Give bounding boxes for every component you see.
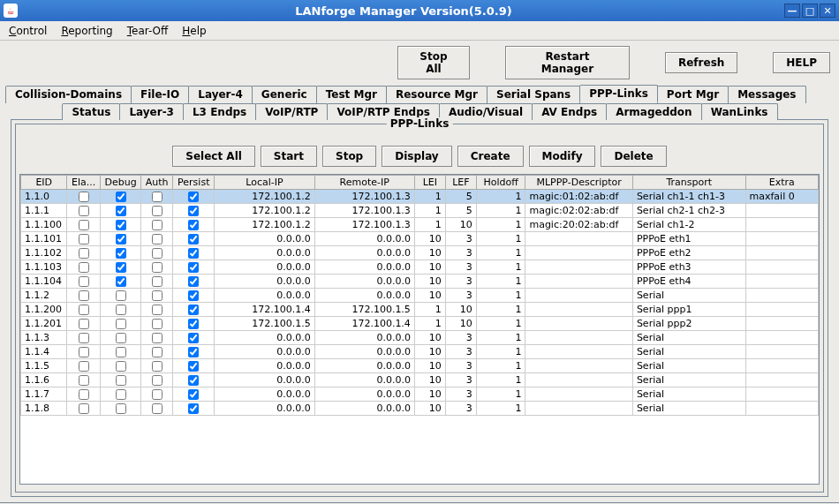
row-checkbox[interactable] xyxy=(152,206,163,216)
column-header[interactable]: Auth xyxy=(141,176,173,190)
checkbox-cell[interactable] xyxy=(67,331,100,345)
row-checkbox[interactable] xyxy=(116,234,126,244)
stop-all-button[interactable]: Stop All xyxy=(397,46,470,79)
checkbox-cell[interactable] xyxy=(67,190,100,204)
row-checkbox[interactable] xyxy=(79,248,89,259)
tab-port-mgr[interactable]: Port Mgr xyxy=(657,86,729,103)
column-header[interactable]: Extra xyxy=(745,176,818,190)
row-checkbox[interactable] xyxy=(188,361,199,372)
row-checkbox[interactable] xyxy=(79,192,89,202)
row-checkbox[interactable] xyxy=(188,290,199,301)
checkbox-cell[interactable] xyxy=(100,387,141,402)
table-row[interactable]: 1.1.70.0.0.00.0.0.01031Serial xyxy=(21,387,819,402)
table-row[interactable]: 1.1.50.0.0.00.0.0.01031Serial xyxy=(21,359,819,373)
checkbox-cell[interactable] xyxy=(67,204,100,218)
tab-ppp-links[interactable]: PPP-Links xyxy=(579,85,658,102)
checkbox-cell[interactable] xyxy=(67,260,100,275)
row-checkbox[interactable] xyxy=(152,192,163,202)
table-row[interactable]: 1.1.30.0.0.00.0.0.01031Serial xyxy=(21,331,819,345)
row-checkbox[interactable] xyxy=(188,375,199,386)
tab-armageddon[interactable]: Armageddon xyxy=(606,103,702,120)
select-all-button[interactable]: Select All xyxy=(172,146,255,167)
tab-l3-endps[interactable]: L3 Endps xyxy=(183,103,256,120)
tab-audio-visual[interactable]: Audio/Visual xyxy=(439,103,533,120)
checkbox-cell[interactable] xyxy=(100,359,141,373)
row-checkbox[interactable] xyxy=(152,220,163,230)
tab-messages[interactable]: Messages xyxy=(728,86,805,103)
ppp-links-table[interactable]: EIDEla...DebugAuthPersistLocal-IPRemote-… xyxy=(19,174,820,485)
checkbox-cell[interactable] xyxy=(67,246,100,260)
column-header[interactable]: EID xyxy=(21,176,67,190)
checkbox-cell[interactable] xyxy=(141,331,173,345)
checkbox-cell[interactable] xyxy=(173,317,215,331)
checkbox-cell[interactable] xyxy=(100,190,141,204)
tab-status[interactable]: Status xyxy=(62,103,120,120)
checkbox-cell[interactable] xyxy=(173,190,215,204)
table-row[interactable]: 1.1.100172.100.1.2172.100.1.31101magic:2… xyxy=(21,218,819,232)
tab-serial-spans[interactable]: Serial Spans xyxy=(487,86,580,103)
row-checkbox[interactable] xyxy=(116,206,126,216)
checkbox-cell[interactable] xyxy=(173,359,215,373)
row-checkbox[interactable] xyxy=(188,262,199,273)
checkbox-cell[interactable] xyxy=(100,345,141,359)
create-button[interactable]: Create xyxy=(457,146,524,167)
checkbox-cell[interactable] xyxy=(67,345,100,359)
tab-generic[interactable]: Generic xyxy=(252,86,317,103)
checkbox-cell[interactable] xyxy=(100,331,141,345)
row-checkbox[interactable] xyxy=(152,290,163,301)
checkbox-cell[interactable] xyxy=(141,246,173,260)
row-checkbox[interactable] xyxy=(116,248,126,259)
checkbox-cell[interactable] xyxy=(173,331,215,345)
row-checkbox[interactable] xyxy=(152,361,163,372)
table-row[interactable]: 1.1.80.0.0.00.0.0.01031Serial xyxy=(21,402,819,416)
checkbox-cell[interactable] xyxy=(100,232,141,246)
maximize-button[interactable]: □ xyxy=(802,4,818,18)
row-checkbox[interactable] xyxy=(188,248,199,259)
row-checkbox[interactable] xyxy=(188,403,199,414)
row-checkbox[interactable] xyxy=(116,290,126,301)
column-header[interactable]: Debug xyxy=(100,176,141,190)
table-row[interactable]: 1.1.1020.0.0.00.0.0.01031PPPoE eth2 xyxy=(21,246,819,260)
row-checkbox[interactable] xyxy=(152,248,163,259)
row-checkbox[interactable] xyxy=(152,234,163,244)
checkbox-cell[interactable] xyxy=(141,204,173,218)
checkbox-cell[interactable] xyxy=(100,289,141,303)
row-checkbox[interactable] xyxy=(79,305,89,315)
help-button[interactable]: HELP xyxy=(773,52,830,73)
checkbox-cell[interactable] xyxy=(141,218,173,232)
menu-reporting[interactable]: Reporting xyxy=(57,23,116,39)
row-checkbox[interactable] xyxy=(188,347,199,357)
row-checkbox[interactable] xyxy=(116,305,126,315)
delete-button[interactable]: Delete xyxy=(601,146,666,167)
tab-voip-rtp[interactable]: VoIP/RTP xyxy=(255,103,328,120)
checkbox-cell[interactable] xyxy=(141,289,173,303)
tab-resource-mgr[interactable]: Resource Mgr xyxy=(386,86,488,103)
checkbox-cell[interactable] xyxy=(141,402,173,416)
row-checkbox[interactable] xyxy=(79,319,89,329)
table-row[interactable]: 1.1.40.0.0.00.0.0.01031Serial xyxy=(21,345,819,359)
row-checkbox[interactable] xyxy=(79,403,89,414)
row-checkbox[interactable] xyxy=(188,206,199,216)
row-checkbox[interactable] xyxy=(116,333,126,343)
checkbox-cell[interactable] xyxy=(67,275,100,289)
row-checkbox[interactable] xyxy=(152,375,163,386)
tab-layer-4[interactable]: Layer-4 xyxy=(188,86,253,103)
row-checkbox[interactable] xyxy=(79,220,89,230)
checkbox-cell[interactable] xyxy=(173,260,215,275)
tab-av-endps[interactable]: AV Endps xyxy=(532,103,607,120)
column-header[interactable]: Remote-IP xyxy=(314,176,414,190)
checkbox-cell[interactable] xyxy=(67,289,100,303)
checkbox-cell[interactable] xyxy=(100,303,141,317)
checkbox-cell[interactable] xyxy=(100,373,141,387)
tab-test-mgr[interactable]: Test Mgr xyxy=(316,86,387,103)
checkbox-cell[interactable] xyxy=(100,275,141,289)
column-header[interactable]: Holdoff xyxy=(476,176,525,190)
row-checkbox[interactable] xyxy=(79,290,89,301)
row-checkbox[interactable] xyxy=(152,305,163,315)
checkbox-cell[interactable] xyxy=(67,303,100,317)
table-row[interactable]: 1.1.200172.100.1.4172.100.1.51101Serial … xyxy=(21,303,819,317)
menu-tearoff[interactable]: Tear-Off xyxy=(124,23,172,39)
checkbox-cell[interactable] xyxy=(141,359,173,373)
checkbox-cell[interactable] xyxy=(67,373,100,387)
modify-button[interactable]: Modify xyxy=(529,146,596,167)
